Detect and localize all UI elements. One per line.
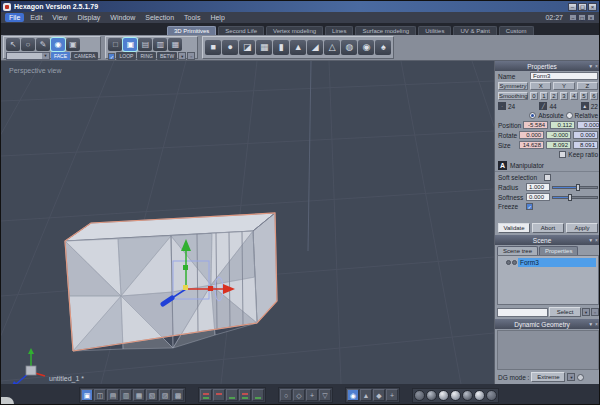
selection-mode-dropdown[interactable]: ▼ [6,52,50,60]
face-button[interactable]: FACE [51,52,70,60]
object-mode-icon[interactable]: ▥ [153,38,167,51]
primitive-tree-icon[interactable]: ♠ [375,40,391,55]
menu-file[interactable]: File [5,13,24,22]
zoom-icon[interactable]: ◆ [373,389,385,401]
symmetry-y-button[interactable]: Y [553,82,574,90]
select-button[interactable]: Select [549,307,581,317]
vertex-mode-icon[interactable]: □ [108,38,122,51]
select-arrow-icon[interactable]: ↖ [6,38,20,51]
dg-toggle-button[interactable] [577,374,584,381]
smoothing-5[interactable]: 5 [580,92,588,100]
collapse-icon[interactable]: ▼ [588,63,593,69]
dynamic-geometry-header[interactable]: Dynamic Geometry ▼ × [495,319,600,329]
axis-toggle-icon[interactable]: + [306,389,318,401]
shading-flat-icon[interactable] [426,390,437,401]
softness-slider[interactable] [552,196,598,199]
smoothing-button[interactable]: Smoothing [498,92,528,100]
visibility-icon[interactable] [506,260,511,265]
doc-minimize-button[interactable]: – [569,14,577,21]
smoothing-2[interactable]: 2 [550,92,558,100]
grid-toggle-icon[interactable]: ○ [280,389,292,401]
box-model[interactable] [65,213,277,351]
orbit-icon[interactable]: ◉ [347,389,359,401]
lock-icon[interactable] [512,260,517,265]
doc-close-button[interactable]: × [587,14,595,21]
freeze-checkbox[interactable]: ✓ [526,203,533,210]
loop-button[interactable]: LOOP [116,52,136,60]
tree-item-form3[interactable]: Form3 [518,258,596,267]
position-x-field[interactable]: -5.584 [523,121,548,129]
menu-tools[interactable]: Tools [180,13,204,22]
ring-button[interactable]: RING [137,52,156,60]
softness-field[interactable]: 0.000 [526,193,550,201]
dg-mode-dropdown-icon[interactable]: ▼ [567,373,575,381]
layout-single-icon[interactable]: ▣ [81,389,93,401]
primitive-cylinder-icon[interactable]: ▮ [273,40,289,55]
edge-mode-icon[interactable]: ▣ [123,38,137,51]
lasso-icon[interactable]: ○ [21,38,35,51]
relative-radio[interactable] [566,112,573,119]
panel-close-icon[interactable]: × [595,63,598,69]
primitive-cone-icon[interactable]: ▲ [290,40,306,55]
paint-tool-icon[interactable]: ▣ [66,38,80,51]
menu-edit[interactable]: Edit [26,13,46,22]
layout-rows-icon[interactable]: ▤ [107,389,119,401]
menu-window[interactable]: Window [106,13,139,22]
scene-close-icon[interactable]: × [595,237,598,243]
shading-xray-icon[interactable] [486,390,497,401]
display-icon-1[interactable] [200,389,212,401]
tab-utilities[interactable]: Utilities [418,26,451,35]
scene-tree[interactable]: Form3 [497,255,599,305]
dg-mode-button[interactable]: Extreme [531,372,565,382]
close-button[interactable]: × [588,3,597,11]
primitive-rounded-cube-icon[interactable]: ◪ [239,40,255,55]
size-y-field[interactable]: 8.092 [546,141,571,149]
face-mode-icon[interactable]: ▤ [138,38,152,51]
keep-ratio-checkbox[interactable] [559,151,566,158]
smoothing-0[interactable]: 0 [530,92,538,100]
minimize-button[interactable]: – [568,3,577,11]
tab-second-life[interactable]: Second Life [218,26,264,35]
snap-icon[interactable]: ◇ [293,389,305,401]
smoothing-6[interactable]: 6 [590,92,598,100]
maximize-button[interactable]: ◻ [578,3,587,11]
size-x-field[interactable]: 14.628 [519,141,544,149]
shading-smooth-icon[interactable] [438,390,449,401]
viewport[interactable]: Perspective view untitled_1 * [1,61,494,384]
doc-maximize-button[interactable]: ◻ [578,14,586,21]
shading-textured-icon[interactable] [462,390,473,401]
scene-header[interactable]: Scene ▼ × [495,235,600,245]
radius-slider[interactable] [552,186,598,189]
loop-dropdown-icon[interactable]: ▼ [178,52,186,60]
display-icon-3[interactable] [226,389,238,401]
name-field[interactable]: Form3 [530,72,598,80]
rotate-y-field[interactable]: -0.000 [546,131,571,139]
soft-selection-checkbox[interactable] [544,174,551,181]
properties-header[interactable]: Properties ▼ × [495,61,600,71]
position-z-field[interactable]: 0.000 [577,121,600,129]
symmetry-x-button[interactable]: X [530,82,551,90]
tab-lines[interactable]: Lines [325,26,353,35]
tab-3d-primitives[interactable]: 3D Primitives [167,26,216,35]
shading-textured-lit-icon[interactable] [474,390,485,401]
loop-extra-icon[interactable]: ○ [187,52,195,60]
primitive-pyramid-icon[interactable]: ◢ [307,40,323,55]
shading-smooth-edges-icon[interactable] [450,390,461,401]
layout-right-icon[interactable]: ▩ [172,389,184,401]
validate-button[interactable]: Validate [498,223,530,233]
menu-view[interactable]: View [48,13,71,22]
scene-tree-tab[interactable]: Scene tree [497,246,538,255]
layout-grid-icon[interactable]: ▧ [146,389,158,401]
scene-collapse-icon[interactable]: ▼ [588,237,593,243]
primitive-prism-icon[interactable]: △ [324,40,340,55]
tab-surface-modeling[interactable]: Surface modeling [355,26,416,35]
primitive-sphere-icon[interactable]: ● [222,40,238,55]
primitive-geosphere-icon[interactable]: ◉ [358,40,374,55]
layout-cols-icon[interactable]: ▥ [120,389,132,401]
menu-help[interactable]: Help [206,13,228,22]
rotate-x-field[interactable]: 0.000 [519,131,544,139]
size-z-field[interactable]: 8.091 [573,141,598,149]
tab-vertex-modeling[interactable]: Vertex modeling [266,26,323,35]
primitive-torus-icon[interactable]: ◍ [341,40,357,55]
primitive-grid-icon[interactable]: ▦ [256,40,272,55]
